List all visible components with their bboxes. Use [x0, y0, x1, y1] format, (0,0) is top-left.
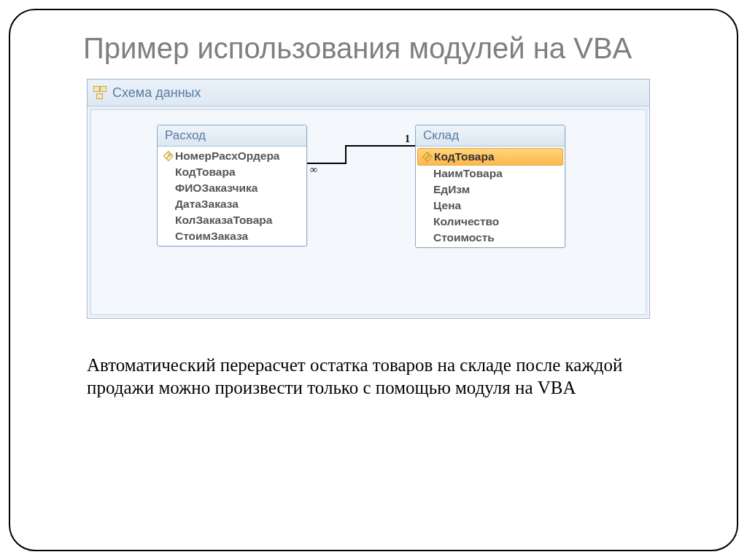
field-row[interactable]: Количество	[416, 214, 565, 230]
relationship-line[interactable]	[345, 145, 347, 164]
slide-title: Пример использования модулей на VBA	[83, 31, 664, 66]
field-name: СтоимЗаказа	[175, 230, 248, 243]
relationship-line[interactable]	[345, 145, 415, 147]
relationships-window: Схема данных Расход ⚿НомерРасхОрдераКодТ…	[87, 79, 650, 319]
table-header: Расход	[158, 125, 306, 147]
field-name: ЕдИзм	[433, 183, 470, 196]
field-list: ⚿КодТовараНаимТовараЕдИзмЦенаКоличествоС…	[416, 147, 565, 247]
field-name: ФИОЗаказчика	[175, 182, 258, 195]
field-row[interactable]: КолЗаказаТовара	[158, 212, 306, 228]
field-name: Стоимость	[433, 231, 495, 244]
field-name: КодТовара	[175, 166, 236, 179]
field-name: НомерРасхОрдера	[175, 149, 280, 163]
key-icon: ⚿	[162, 149, 175, 163]
field-row[interactable]: СтоимЗаказа	[158, 228, 306, 244]
key-icon: ⚿	[421, 150, 434, 163]
field-row[interactable]: ЕдИзм	[416, 182, 565, 198]
field-row[interactable]: ⚿КодТовара	[417, 148, 563, 166]
field-row[interactable]: ДатаЗаказа	[158, 196, 306, 212]
field-row[interactable]: КодТовара	[158, 164, 306, 180]
field-list: ⚿НомерРасхОрдераКодТовараФИОЗаказчикаДат…	[158, 147, 306, 246]
window-title-text: Схема данных	[112, 85, 201, 101]
field-name: Количество	[433, 215, 499, 228]
field-name: НаимТовара	[433, 167, 503, 180]
relationship-one-label: 1	[405, 133, 410, 145]
table-box-raskhod[interactable]: Расход ⚿НомерРасхОрдераКодТовараФИОЗаказ…	[157, 125, 307, 246]
relationship-many-label: ∞	[310, 164, 317, 176]
table-box-sklad[interactable]: Склад ⚿КодТовараНаимТовараЕдИзмЦенаКолич…	[415, 125, 565, 248]
primary-key-icon: ⚿	[162, 151, 175, 161]
field-name: ДатаЗаказа	[175, 198, 239, 211]
slide-caption: Автоматический перерасчет остатка товаро…	[87, 354, 667, 400]
slide-frame: Пример использования модулей на VBA Схем…	[9, 9, 738, 551]
field-name: КодТовара	[434, 150, 495, 163]
primary-key-icon: ⚿	[421, 152, 434, 162]
relationships-canvas[interactable]: Расход ⚿НомерРасхОрдераКодТовараФИОЗаказ…	[90, 109, 646, 315]
field-row[interactable]: ФИОЗаказчика	[158, 180, 306, 196]
field-row[interactable]: НаимТовара	[416, 166, 565, 182]
field-row[interactable]: Цена	[416, 198, 565, 214]
field-name: Цена	[433, 199, 461, 212]
relationships-icon	[93, 86, 107, 99]
field-row[interactable]: ⚿НомерРасхОрдера	[158, 148, 306, 164]
window-titlebar: Схема данных	[88, 79, 649, 106]
field-name: КолЗаказаТовара	[175, 214, 272, 227]
field-row[interactable]: Стоимость	[416, 230, 565, 246]
table-header: Склад	[416, 125, 565, 147]
